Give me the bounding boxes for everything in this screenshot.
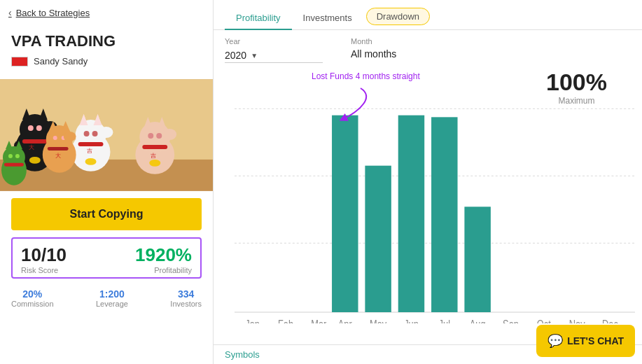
svg-point-7 — [28, 125, 34, 131]
profitability-value: 1920% — [135, 244, 192, 266]
chat-button[interactable]: 💬 LET'S CHAT — [536, 325, 635, 357]
svg-point-36 — [156, 133, 162, 139]
commission-stat: 20% Commission — [11, 288, 54, 308]
risk-score-value: 10/10 — [21, 244, 67, 266]
svg-rect-30 — [48, 147, 69, 150]
svg-point-19 — [92, 131, 98, 136]
bar-jul — [431, 117, 457, 312]
svg-text:Apr: Apr — [338, 317, 352, 323]
commission-label: Commission — [11, 300, 54, 308]
bar-aug — [464, 206, 490, 312]
strategy-image: 大 吉 大 吉 — [0, 79, 213, 191]
right-panel: Profitability Investments Drawdown Year … — [214, 0, 642, 364]
svg-point-43 — [8, 154, 13, 158]
tab-drawdown[interactable]: Drawdown — [366, 8, 430, 25]
left-panel: ‹ Back to Strategies VPA TRADING Sandy S… — [0, 0, 214, 364]
svg-rect-45 — [4, 163, 24, 167]
svg-text:Jun: Jun — [404, 317, 419, 323]
tab-investments[interactable]: Investments — [292, 7, 363, 30]
svg-point-52 — [149, 160, 160, 167]
year-value: 2020 — [225, 50, 246, 61]
strategy-image-svg: 大 吉 大 吉 — [0, 79, 213, 191]
leverage-label: Leverage — [96, 300, 128, 308]
chat-label: LET'S CHAT — [567, 335, 624, 346]
svg-text:Aug: Aug — [470, 317, 486, 323]
max-value-display: 100% Maximum — [546, 69, 607, 106]
bar-apr — [332, 115, 358, 312]
svg-text:大: 大 — [55, 153, 61, 159]
strategy-name: VPA TRADING — [11, 32, 202, 50]
trader-flag-icon — [11, 57, 28, 66]
chat-icon: 💬 — [547, 333, 563, 349]
risk-score-stat: 10/10 Risk Score — [21, 244, 67, 274]
trader-row: Sandy Sandy — [11, 56, 202, 66]
commission-value: 20% — [22, 288, 42, 300]
svg-point-51 — [85, 158, 97, 165]
tabs-row: Profitability Investments Drawdown — [214, 0, 642, 30]
year-filter-group: Year 2020 ▼ — [225, 37, 323, 63]
svg-text:大: 大 — [29, 144, 34, 150]
svg-text:Jan: Jan — [245, 317, 260, 323]
month-value: All months — [351, 48, 449, 59]
tab-profitability[interactable]: Profitability — [225, 7, 292, 30]
profitability-label: Profitability — [154, 266, 192, 274]
year-select[interactable]: 2020 ▼ — [225, 48, 323, 63]
svg-text:Oct: Oct — [537, 317, 552, 323]
chart-annotation: Lost Funds 4 months straight — [312, 71, 420, 81]
max-percent-label: Maximum — [546, 96, 607, 106]
max-percent-value: 100% — [546, 69, 607, 96]
bar-chart-svg: 100 67 34 0 Jan Feb — [235, 99, 635, 323]
filters-row: Year 2020 ▼ Month All months — [214, 30, 642, 66]
svg-point-35 — [148, 133, 153, 139]
svg-point-50 — [29, 157, 41, 164]
symbols-label: Symbols — [225, 349, 260, 360]
svg-point-18 — [84, 131, 90, 136]
month-filter-group: Month All months — [351, 37, 449, 63]
svg-rect-22 — [78, 142, 104, 146]
chevron-down-icon: ▼ — [251, 52, 258, 59]
investors-label: Investors — [170, 300, 202, 308]
svg-text:吉: 吉 — [87, 148, 92, 154]
year-label: Year — [225, 37, 323, 46]
svg-text:Nov: Nov — [569, 317, 585, 323]
svg-point-27 — [53, 136, 57, 140]
risk-score-label: Risk Score — [21, 266, 67, 274]
back-to-strategies-link[interactable]: ‹ Back to Strategies — [0, 0, 213, 25]
svg-text:Jul: Jul — [439, 317, 450, 323]
stats-box: 10/10 Risk Score 1920% Profitability — [11, 237, 202, 279]
svg-text:May: May — [370, 317, 387, 323]
svg-point-44 — [15, 154, 20, 158]
svg-text:吉: 吉 — [151, 153, 156, 159]
trader-name: Sandy Sandy — [34, 56, 88, 66]
leverage-stat: 1:200 Leverage — [96, 288, 128, 308]
bar-jun — [398, 115, 424, 312]
leverage-value: 1:200 — [99, 288, 125, 300]
svg-text:Mar: Mar — [311, 317, 326, 323]
chart-area: Lost Funds 4 months straight 100% Maximu… — [214, 66, 642, 344]
profitability-stat: 1920% Profitability — [135, 244, 192, 274]
svg-point-20 — [99, 127, 113, 138]
back-label: Back to Strategies — [16, 8, 90, 18]
investors-stat: 334 Investors — [170, 288, 202, 308]
bar-may — [365, 166, 391, 312]
chevron-left-icon: ‹ — [8, 7, 12, 18]
bottom-stats: 20% Commission 1:200 Leverage 334 Invest… — [0, 281, 213, 314]
svg-text:Sep: Sep — [503, 317, 519, 323]
strategy-info: VPA TRADING Sandy Sandy — [0, 25, 213, 79]
svg-rect-38 — [142, 145, 167, 149]
svg-point-37 — [162, 129, 176, 140]
svg-point-8 — [36, 125, 42, 131]
svg-rect-11 — [22, 139, 48, 144]
month-label: Month — [351, 37, 449, 46]
svg-point-29 — [64, 132, 76, 141]
investors-value: 334 — [178, 288, 194, 300]
svg-text:Feb: Feb — [278, 317, 293, 323]
svg-text:Dec: Dec — [602, 317, 618, 323]
start-copying-button[interactable]: Start Copying — [11, 198, 202, 230]
